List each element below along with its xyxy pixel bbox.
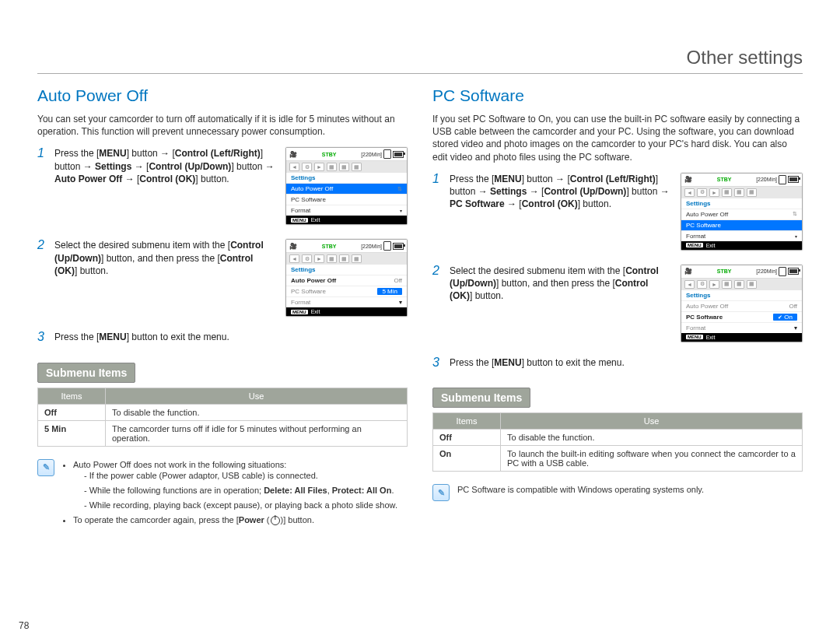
grid-icon: ▦ [339, 254, 349, 263]
step-text: Select the desired submenu item with the… [54, 239, 278, 277]
nav-right-icon: ► [314, 254, 324, 263]
menu-item-auto-power-off: Auto Power Off⇅ [681, 209, 802, 219]
right-column: PC Software If you set PC Software to On… [432, 86, 803, 529]
camera-icon: 🎥 [289, 151, 297, 158]
step-number: 1 [432, 173, 443, 185]
step-1: 1 Press the [MENU] button → [Control (Le… [37, 147, 408, 230]
col-use: Use [501, 412, 803, 429]
step-number: 1 [37, 147, 48, 160]
menu-badge: MENU [291, 310, 308, 314]
grid-icon: ▦ [722, 280, 732, 289]
step-number: 3 [432, 356, 443, 369]
left-column: Auto Power Off You can set your camcorde… [37, 86, 408, 529]
manual-page: Other settings Auto Power Off You can se… [0, 0, 840, 642]
step-3: 3 Press the [MENU] button to exit the me… [432, 356, 803, 369]
lcd-preview-1: 🎥 STBY [220Min] ◄ ⚙ ► ▦ ▦ ▦ [285, 147, 408, 225]
power-icon [271, 516, 280, 525]
note-block: ✎ Auto Power Off does not work in the fo… [37, 459, 408, 529]
camera-icon: 🎥 [684, 176, 692, 183]
menu-item-auto-power-off: Auto Power Off⇅ [286, 183, 407, 194]
note-subitem: While recording, playing back (except pa… [84, 500, 397, 511]
submenu-table: ItemsUse OffTo disable the function. 5 M… [37, 388, 408, 447]
columns: Auto Power Off You can set your camcorde… [37, 86, 803, 529]
scroll-icon: ⇅ [397, 186, 402, 192]
grid-icon: ▦ [352, 254, 362, 263]
table-row: OnTo launch the built-in editing softwar… [433, 445, 803, 471]
menu-item-pc-software: PC Software [286, 194, 407, 205]
step-number: 3 [37, 331, 48, 343]
page-number: 78 [19, 620, 29, 631]
col-items: Items [433, 412, 501, 429]
step-number: 2 [37, 239, 48, 251]
step-3: 3 Press the [MENU] button to exit the me… [37, 331, 408, 343]
card-icon [779, 267, 786, 276]
menu-item-format: Format▾ [681, 230, 802, 241]
grid-icon: ▦ [722, 188, 732, 197]
card-icon [383, 241, 391, 251]
page-title: Other settings [37, 47, 803, 74]
stby-label: STBY [322, 152, 337, 157]
step-text: Select the desired submenu item with the… [450, 265, 673, 303]
nav-left-icon: ◄ [289, 254, 299, 263]
stby-label: STBY [717, 268, 732, 274]
settings-label: Settings [286, 173, 407, 183]
step-text: Press the [MENU] button to exit the menu… [450, 356, 803, 369]
scroll-icon: ⇅ [793, 211, 797, 217]
settings-label: Settings [286, 265, 407, 275]
grid-icon: ▦ [734, 188, 744, 197]
col-use: Use [106, 388, 408, 404]
step-text: Press the [MENU] button → [Control (Left… [54, 147, 278, 185]
step-text: Press the [MENU] button to exit the menu… [54, 331, 408, 343]
battery-icon [393, 243, 404, 250]
nav-right-icon: ► [314, 163, 324, 171]
note-icon: ✎ [432, 484, 450, 501]
tool-icon: ⚙ [697, 280, 707, 289]
lcd-preview-2: 🎥 STBY [220Min] ◄ ⚙ ► ▦ ▦ ▦ [285, 239, 408, 317]
section-heading-pc-software: PC Software [432, 86, 803, 105]
intro-text: You can set your camcorder to turn off a… [37, 113, 408, 138]
col-items: Items [38, 388, 106, 404]
nav-left-icon: ◄ [289, 163, 299, 171]
submenu-header: Submenu Items [37, 363, 135, 383]
grid-icon: ▦ [734, 280, 744, 289]
steps-list: 1 Press the [MENU] button → [Control (Le… [432, 173, 803, 369]
submenu-header: Submenu Items [432, 388, 530, 408]
step-1: 1 Press the [MENU] button → [Control (Le… [432, 173, 803, 255]
nav-left-icon: ◄ [684, 280, 695, 289]
note-text: PC Software is compatible with Windows o… [457, 484, 704, 501]
card-icon [779, 175, 786, 184]
menu-badge: MENU [686, 335, 703, 339]
step-number: 2 [432, 265, 443, 277]
step-text: Press the [MENU] button → [Control (Left… [450, 173, 673, 211]
nav-right-icon: ► [709, 188, 719, 197]
lcd-preview-3: 🎥 STBY [220Min] ◄ ⚙ ► ▦ ▦ ▦ [681, 173, 803, 251]
grid-icon: ▦ [327, 163, 337, 171]
stby-label: STBY [717, 177, 732, 182]
steps-list: 1 Press the [MENU] button → [Control (Le… [37, 147, 408, 343]
note-subitem: If the power cable (Power adaptor, USB c… [84, 470, 397, 482]
camera-icon: 🎥 [289, 243, 297, 250]
battery-icon [393, 151, 404, 158]
nav-right-icon: ► [709, 280, 719, 289]
menu-item-format: Format▾ [286, 205, 407, 216]
note-subitem: While the following functions are in ope… [84, 485, 397, 496]
grid-icon: ▦ [747, 188, 757, 197]
note-item: To operate the camcorder again, press th… [73, 514, 397, 526]
table-row: OffTo disable the function. [433, 429, 803, 445]
step-2: 2 Select the desired submenu item with t… [37, 239, 408, 321]
grid-icon: ▦ [327, 254, 337, 263]
grid-icon: ▦ [352, 163, 362, 171]
camera-icon: 🎥 [684, 268, 692, 275]
stby-label: STBY [322, 244, 337, 249]
intro-text: If you set PC Software to On, you can us… [432, 113, 803, 163]
note-block: ✎ PC Software is compatible with Windows… [432, 484, 803, 501]
tool-icon: ⚙ [302, 163, 312, 171]
tool-icon: ⚙ [697, 188, 707, 197]
battery-icon [788, 268, 799, 275]
note-icon: ✎ [37, 459, 54, 476]
settings-label: Settings [681, 198, 802, 209]
menu-badge: MENU [686, 243, 703, 247]
nav-left-icon: ◄ [684, 188, 695, 197]
settings-label: Settings [681, 290, 802, 300]
card-icon [383, 149, 391, 159]
